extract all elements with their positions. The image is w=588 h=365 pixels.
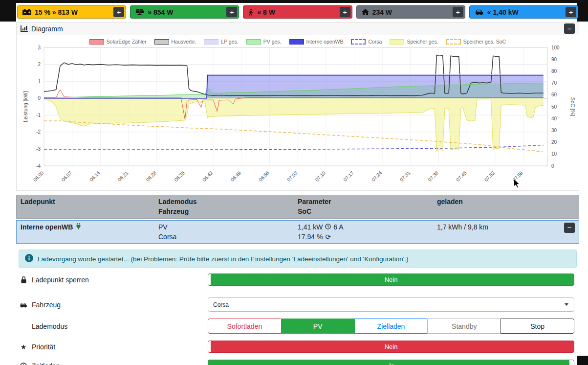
svg-text:20: 20 <box>551 139 557 145</box>
legend-swatch <box>390 39 404 45</box>
svg-text:-4: -4 <box>36 163 41 169</box>
svg-text:10: 10 <box>551 151 557 157</box>
col-lademodus: Lademodus <box>158 197 298 206</box>
alert-text: Ladevorgang wurde gestartet... (bei Prob… <box>38 255 409 263</box>
legend-label: Hausverbr. <box>172 39 196 45</box>
openwb-dashboard: 15 % » 813 W + » 854 W + « 8 W + <box>0 0 588 365</box>
legend-item: SolarEdge Zähler <box>89 39 147 45</box>
legend-label: Speicher ges. SoC <box>463 39 506 45</box>
lock-toggle-handle <box>208 274 211 285</box>
svg-text:-1: -1 <box>36 113 41 118</box>
badge-pv-expand-button[interactable]: + <box>226 7 237 17</box>
timecharge-toggle-value: Ja <box>388 362 394 365</box>
car-battery-icon <box>22 9 31 15</box>
svg-text:06:49: 06:49 <box>230 170 242 182</box>
col-parameter: Parameter <box>298 197 437 206</box>
svg-text:70: 70 <box>551 80 557 86</box>
mode-stop-button[interactable]: Stop <box>501 319 574 334</box>
vehicle-label: Fahrzeug <box>32 301 61 309</box>
badge-house: 234 W + <box>356 5 465 19</box>
diagram-header: Diagramm − <box>17 23 579 35</box>
svg-text:07:52: 07:52 <box>483 170 496 182</box>
svg-text:2: 2 <box>38 62 41 67</box>
badge-house-expand-button[interactable]: + <box>453 7 463 17</box>
svg-text:07:59: 07:59 <box>511 170 524 182</box>
svg-text:06:35: 06:35 <box>173 170 186 182</box>
diagram-title: Diagramm <box>31 25 63 33</box>
mode-sofortladen-button[interactable]: Sofortladen <box>208 319 282 334</box>
charge-started-alert: Ladevorgang wurde gestartet... (bei Prob… <box>19 250 577 268</box>
legend-swatch <box>154 39 169 45</box>
refresh-icon[interactable]: ⟳ <box>325 232 331 242</box>
car-charging-icon <box>475 9 484 15</box>
legend-label: SolarEdge Zähler <box>107 39 147 45</box>
legend-swatch <box>89 39 104 45</box>
svg-text:06:21: 06:21 <box>117 170 130 182</box>
col-geladen: geladen <box>437 197 463 206</box>
mode-pv-button[interactable]: PV <box>281 319 355 334</box>
svg-text:06:28: 06:28 <box>145 170 158 182</box>
timecharge-toggle[interactable]: Ja <box>208 360 574 365</box>
badge-battery-text: 15 % » 813 W <box>35 8 78 16</box>
house-icon <box>362 9 369 15</box>
svg-text:Leistung [kW]: Leistung [kW] <box>22 91 28 122</box>
diagram-collapse-button[interactable]: − <box>564 23 575 34</box>
legend-item: Hausverbr. <box>154 39 196 45</box>
diagram-body: SolarEdge ZählerHausverbr.LP ges.PV ges.… <box>17 35 579 190</box>
legend-label: LP ges. <box>221 39 238 45</box>
legend-swatch <box>351 39 366 45</box>
info-icon <box>25 254 33 264</box>
lock-toggle[interactable]: Nein <box>208 274 574 286</box>
legend-item: PV ges. <box>246 39 282 45</box>
legend-item: Speicher ges. SoC <box>446 39 506 45</box>
svg-text:3: 3 <box>38 45 41 50</box>
svg-text:80: 80 <box>551 68 557 74</box>
svg-text:-2: -2 <box>36 129 41 135</box>
power-soc-chart: -4-3-2-10123010203040506070809010006:000… <box>21 45 575 189</box>
badge-house-text: 234 W <box>372 8 392 16</box>
chargepoint-mode: PV <box>158 222 298 232</box>
svg-text:30: 30 <box>551 128 557 133</box>
legend-label: PV ges. <box>263 39 282 45</box>
priority-toggle-value: Nein <box>385 343 398 350</box>
chargepoint-soc: 17.94 % <box>298 232 323 242</box>
legend-item: LP ges. <box>204 39 238 45</box>
col-fahrzeug: Fahrzeug <box>158 206 298 216</box>
legend-swatch <box>246 39 261 45</box>
legend-label: Speicher ges. <box>407 39 438 45</box>
svg-text:SoC [%]: SoC [%] <box>570 97 575 116</box>
chrome-strip-left <box>0 3 16 22</box>
badge-consumer-text: « 8 W <box>257 8 275 16</box>
timecharge-label: Zeitladen <box>32 362 60 365</box>
chargepoint-row: Interne openWB PV Corsa 1,41 kW 6 A <box>16 220 579 244</box>
svg-text:90: 90 <box>551 57 557 62</box>
priority-toggle[interactable]: Nein <box>208 341 574 353</box>
svg-text:07:31: 07:31 <box>399 170 412 182</box>
svg-text:07:38: 07:38 <box>427 170 439 182</box>
legend-swatch <box>289 39 304 45</box>
chargepoint-collapse-button[interactable]: − <box>564 223 575 233</box>
chargepoint-table-header: Ladepunkt LademodusFahrzeug ParameterSoC… <box>16 195 579 219</box>
legend-swatch <box>204 39 218 45</box>
svg-text:100: 100 <box>551 45 560 50</box>
plug-icon <box>76 222 81 232</box>
chargemode-group: Sofortladen PV Zielladen Standby Stop <box>208 319 574 334</box>
chargepoint-current: 6 A <box>333 222 343 232</box>
badge-pv-text: » 854 W <box>148 8 173 16</box>
mode-zielladen-button[interactable]: Zielladen <box>354 319 428 334</box>
svg-text:0: 0 <box>551 163 554 169</box>
clock-icon <box>20 363 27 365</box>
vehicle-select[interactable]: Corsa <box>208 297 574 312</box>
legend-swatch <box>446 39 461 45</box>
badge-consumer-expand-button[interactable]: + <box>340 7 350 17</box>
badge-consumer: « 8 W + <box>243 5 352 19</box>
mode-standby-button[interactable]: Standby <box>427 319 501 334</box>
legend-item: Corsa <box>351 39 382 45</box>
bar-chart-icon <box>21 25 28 32</box>
car-icon <box>20 302 27 308</box>
badge-chargepoint: « 1,40 kW + <box>469 5 578 19</box>
badge-battery-expand-button[interactable]: + <box>113 7 124 17</box>
chargemode-label: Lademodus <box>32 322 67 330</box>
badge-chargepoint-expand-button[interactable]: + <box>566 7 576 17</box>
timecharge-toggle-handle <box>569 360 574 365</box>
